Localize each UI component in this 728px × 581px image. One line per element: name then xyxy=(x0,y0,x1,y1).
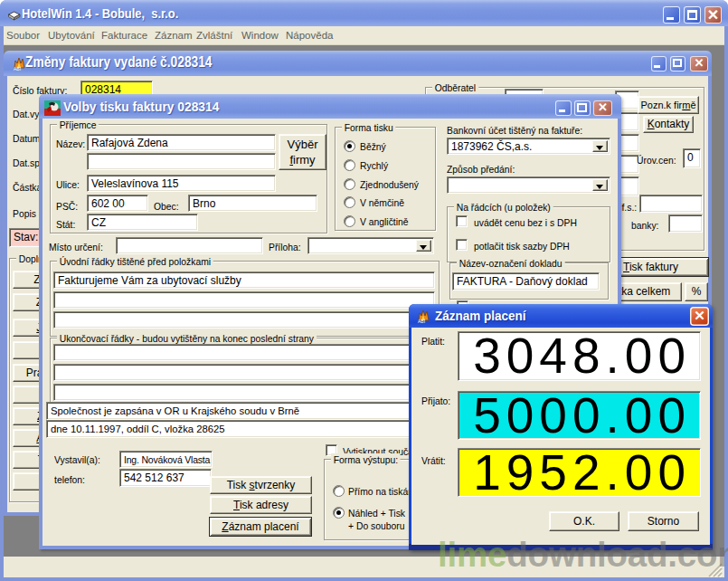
svg-text:ABI: ABI xyxy=(418,319,425,324)
svg-text:ABI: ABI xyxy=(14,66,21,71)
